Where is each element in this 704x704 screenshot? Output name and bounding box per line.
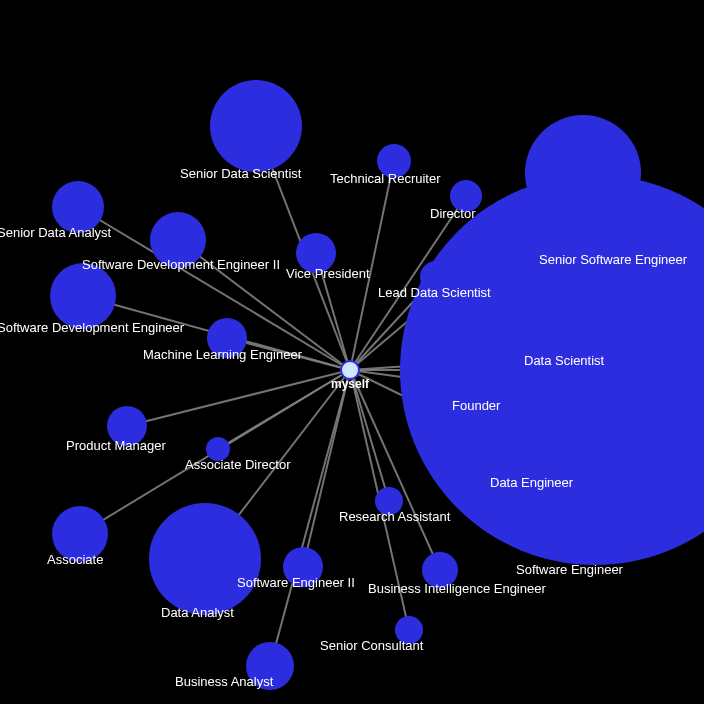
label-technical-recruiter: Technical Recruiter: [330, 171, 441, 186]
label-software-engineer-ii: Software Engineer II: [237, 575, 355, 590]
label-lead-data-scientist: Lead Data Scientist: [378, 285, 491, 300]
label-ml-engineer: Machine Learning Engineer: [143, 347, 303, 362]
label-bi-engineer: Business Intelligence Engineer: [368, 581, 546, 596]
label-associate-director: Associate Director: [185, 457, 291, 472]
label-senior-data-scientist: Senior Data Scientist: [180, 166, 302, 181]
label-product-manager: Product Manager: [66, 438, 166, 453]
network-graph[interactable]: Senior Data ScientistTechnical Recruiter…: [0, 0, 704, 704]
label-director: Director: [430, 206, 476, 221]
label-sde: Software Development Engineer: [0, 320, 185, 335]
center-label: myself: [331, 377, 370, 391]
label-software-engineer: Software Engineer: [516, 562, 624, 577]
edge-business-analyst: [270, 370, 350, 666]
label-data-scientist: Data Scientist: [524, 353, 605, 368]
node-founder[interactable]: [464, 375, 488, 399]
label-senior-software-engineer: Senior Software Engineer: [539, 252, 688, 267]
label-data-analyst: Data Analyst: [161, 605, 234, 620]
node-data-engineer[interactable]: [525, 448, 553, 476]
label-sde-ii: Software Development Engineer II: [82, 257, 280, 272]
node-senior-data-scientist[interactable]: [210, 80, 302, 172]
node-data-analyst[interactable]: [149, 503, 261, 615]
node-software-engineer[interactable]: [400, 175, 704, 565]
label-founder: Founder: [452, 398, 501, 413]
edge-product-manager: [127, 370, 350, 426]
label-senior-data-analyst: Senior Data Analyst: [0, 225, 112, 240]
label-vice-president: Vice President: [286, 266, 370, 281]
label-research-assistant: Research Assistant: [339, 509, 451, 524]
node-senior-software-engineer[interactable]: [525, 115, 641, 231]
label-senior-consultant: Senior Consultant: [320, 638, 424, 653]
label-business-analyst: Business Analyst: [175, 674, 274, 689]
label-data-engineer: Data Engineer: [490, 475, 574, 490]
label-associate: Associate: [47, 552, 103, 567]
